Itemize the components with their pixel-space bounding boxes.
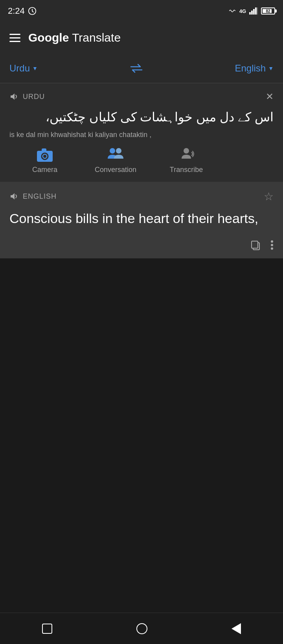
svg-rect-1 bbox=[249, 12, 251, 15]
svg-point-18 bbox=[271, 244, 273, 246]
svg-point-19 bbox=[271, 247, 273, 250]
svg-point-13 bbox=[184, 148, 189, 154]
result-speaker-icon[interactable] bbox=[9, 192, 19, 201]
back-icon bbox=[232, 623, 241, 634]
source-header: URDU ✕ bbox=[9, 91, 274, 102]
speaker-icon[interactable] bbox=[9, 92, 19, 101]
conversation-label: Conversation bbox=[95, 166, 136, 174]
nav-bar bbox=[0, 613, 283, 644]
copy-button[interactable] bbox=[250, 240, 261, 251]
svg-rect-3 bbox=[253, 9, 255, 15]
source-lang-dropdown-arrow: ▼ bbox=[32, 65, 38, 71]
language-bar: Urdu ▼ English ▼ bbox=[0, 53, 283, 83]
result-text: Conscious bills in the heart of their he… bbox=[9, 209, 274, 228]
source-text-urdu[interactable]: اس کے دل میں خواہشات کی کلیاں چٹکتیں، bbox=[9, 108, 274, 126]
conversation-icon bbox=[107, 147, 124, 163]
transcribe-label: Transcribe bbox=[170, 166, 203, 174]
conversation-action[interactable]: Conversation bbox=[80, 147, 151, 174]
more-options-button[interactable] bbox=[270, 240, 274, 251]
result-area: ENGLISH ☆ Conscious bills in the heart o… bbox=[0, 182, 283, 259]
app-bar: Google Translate bbox=[0, 22, 283, 53]
swap-languages-button[interactable] bbox=[129, 63, 143, 74]
recents-icon bbox=[42, 624, 52, 634]
hamburger-menu[interactable] bbox=[9, 34, 20, 42]
back-button[interactable] bbox=[232, 623, 241, 634]
svg-point-17 bbox=[271, 240, 273, 243]
action-row: Camera Conversation Transcribe bbox=[9, 147, 274, 174]
transcribe-action[interactable]: Transcribe bbox=[151, 147, 222, 174]
svg-point-12 bbox=[116, 148, 121, 154]
result-actions bbox=[9, 240, 274, 251]
recents-button[interactable] bbox=[42, 624, 52, 634]
camera-action[interactable]: Camera bbox=[9, 147, 80, 174]
result-lang-label: ENGLISH bbox=[9, 192, 57, 201]
svg-rect-5 bbox=[257, 7, 258, 15]
svg-rect-2 bbox=[251, 11, 253, 15]
status-bar: 2:24 4G 82 bbox=[0, 0, 283, 22]
source-lang-label: URDU bbox=[9, 92, 45, 101]
target-lang-dropdown-arrow: ▼ bbox=[268, 65, 274, 71]
close-button[interactable]: ✕ bbox=[266, 91, 274, 102]
camera-label: Camera bbox=[32, 166, 57, 174]
svg-rect-8 bbox=[42, 148, 46, 152]
source-area: URDU ✕ اس کے دل میں خواہشات کی کلیاں چٹک… bbox=[0, 83, 283, 182]
network-badge: 4G bbox=[239, 8, 246, 14]
battery-icon: 82 bbox=[261, 7, 275, 15]
signal-bars-icon bbox=[249, 7, 258, 15]
result-header: ENGLISH ☆ bbox=[9, 190, 274, 203]
app-title: Google Translate bbox=[28, 31, 121, 44]
signal-wave-icon bbox=[228, 7, 236, 15]
status-icons: 4G 82 bbox=[228, 7, 275, 15]
svg-rect-16 bbox=[252, 241, 258, 248]
empty-area bbox=[0, 258, 283, 455]
svg-point-11 bbox=[110, 148, 115, 154]
status-time: 2:24 bbox=[8, 6, 37, 16]
svg-point-10 bbox=[43, 155, 46, 158]
svg-marker-6 bbox=[11, 93, 15, 100]
target-language-button[interactable]: English ▼ bbox=[235, 63, 274, 74]
home-icon bbox=[136, 623, 147, 634]
camera-icon bbox=[36, 147, 53, 163]
source-text-roman: is ke dal min khwahishat ki kaliyan chat… bbox=[9, 131, 274, 139]
svg-rect-4 bbox=[255, 7, 257, 15]
home-button[interactable] bbox=[136, 623, 147, 634]
favorite-button[interactable]: ☆ bbox=[264, 190, 274, 203]
svg-marker-14 bbox=[11, 193, 15, 199]
whatsapp-icon bbox=[28, 7, 37, 15]
source-language-button[interactable]: Urdu ▼ bbox=[9, 63, 38, 74]
transcribe-icon bbox=[178, 147, 195, 163]
